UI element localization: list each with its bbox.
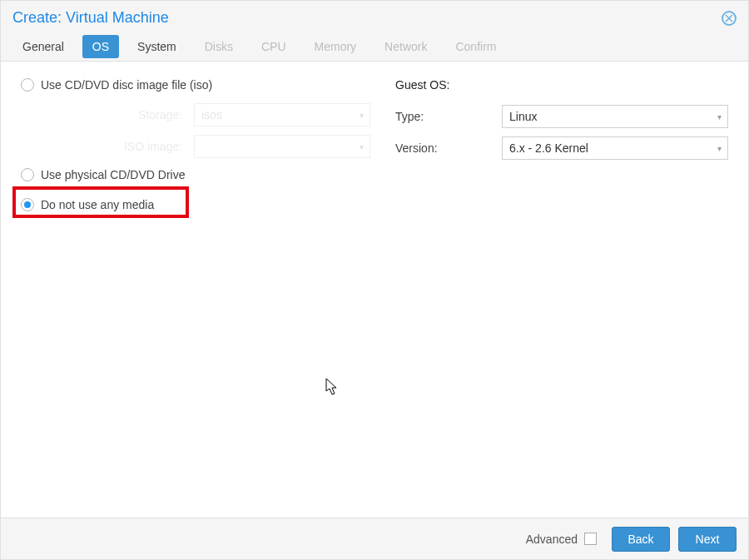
iso-image-label: ISO image: (21, 140, 187, 153)
guest-version-row: Version: 6.x - 2.6 Kernel ▾ (395, 136, 728, 160)
radio-icon (21, 198, 34, 211)
dialog-footer: Advanced Back Next (1, 518, 748, 559)
tab-memory: Memory (305, 35, 367, 58)
iso-image-row: ISO image: ▾ (21, 135, 370, 158)
back-button[interactable]: Back (612, 527, 670, 552)
advanced-checkbox[interactable] (584, 533, 597, 545)
guest-version-label: Version: (395, 141, 495, 155)
tab-network: Network (374, 35, 437, 58)
guest-os-header: Guest OS: (395, 78, 728, 92)
radio-icon (21, 168, 34, 181)
wizard-tabbar: General OS System Disks CPU Memory Netwo… (1, 32, 748, 62)
guest-version-select[interactable]: 6.x - 2.6 Kernel (502, 136, 728, 160)
create-vm-dialog: Create: Virtual Machine General OS Syste… (0, 0, 749, 560)
tab-confirm: Confirm (445, 35, 506, 58)
next-button[interactable]: Next (678, 527, 737, 552)
advanced-label: Advanced (526, 533, 578, 546)
radio-label: Use physical CD/DVD Drive (41, 168, 185, 181)
guest-type-value: Linux (509, 110, 537, 123)
titlebar: Create: Virtual Machine (1, 1, 748, 32)
radio-label: Use CD/DVD disc image file (iso) (41, 78, 212, 92)
guest-os-column: Guest OS: Type: Linux ▾ Version: 6.x - 2… (395, 78, 728, 501)
storage-label: Storage: (21, 108, 187, 121)
media-column: Use CD/DVD disc image file (iso) Storage… (21, 78, 370, 501)
storage-value: isos (201, 108, 222, 121)
wizard-content: Use CD/DVD disc image file (iso) Storage… (1, 62, 748, 518)
iso-image-select (194, 135, 370, 158)
radio-use-physical[interactable]: Use physical CD/DVD Drive (21, 168, 370, 181)
storage-row: Storage: isos ▾ (21, 103, 370, 126)
tab-system[interactable]: System (127, 35, 186, 58)
radio-use-iso[interactable]: Use CD/DVD disc image file (iso) (21, 78, 370, 92)
radio-label: Do not use any media (41, 198, 154, 211)
radio-no-media[interactable]: Do not use any media (21, 198, 154, 211)
tab-cpu: CPU (251, 35, 296, 58)
tab-os[interactable]: OS (82, 35, 119, 58)
advanced-toggle[interactable]: Advanced (526, 533, 597, 546)
storage-select: isos (194, 103, 370, 126)
dialog-title: Create: Virtual Machine (12, 9, 169, 27)
tab-general[interactable]: General (12, 35, 74, 58)
guest-type-row: Type: Linux ▾ (395, 105, 728, 128)
close-icon[interactable] (722, 11, 737, 26)
back-label: Back (627, 533, 653, 546)
next-label: Next (696, 533, 720, 546)
guest-version-value: 6.x - 2.6 Kernel (509, 141, 588, 155)
tab-disks: Disks (195, 35, 243, 58)
guest-type-label: Type: (395, 110, 495, 123)
guest-type-select[interactable]: Linux (502, 105, 728, 128)
radio-icon (21, 78, 34, 92)
